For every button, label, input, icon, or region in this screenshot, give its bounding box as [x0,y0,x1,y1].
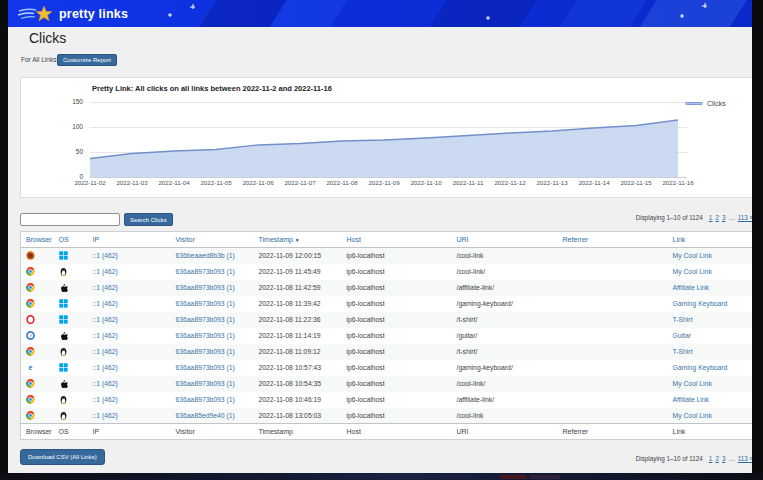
link-title-link[interactable]: Affiliate Link [673,396,710,403]
visitor-link[interactable]: 636aa8973b093 (1) [176,284,235,291]
column-header-timestamp: Timestamp [254,424,342,440]
ip-link[interactable]: ::1 (462) [93,300,118,307]
visitor-link[interactable]: 636aa8973b093 (1) [176,364,235,371]
visitor-link[interactable]: 636aa8973b093 (1) [176,316,235,323]
visitor-link[interactable]: 636aa8973b093 (1) [176,348,235,355]
pagination-last-page[interactable]: 113 » [738,455,752,462]
column-header-timestamp[interactable]: Timestamp▼ [254,232,342,248]
link-title-link[interactable]: My Cool Link [673,380,712,387]
column-header-ip[interactable]: IP [88,232,171,248]
table-row: ::1 (462)636aa8973b093 (1)2022-11-08 11:… [21,328,753,344]
edge-browser-icon: e [26,363,35,372]
pagination-page-1[interactable]: 1 [709,214,713,221]
visitor-link[interactable]: 636aa8973b093 (1) [176,380,235,387]
host-cell: ip6-localhost [347,316,385,323]
column-header-host[interactable]: Host [342,232,452,248]
ip-link[interactable]: ::1 (462) [93,412,118,419]
pagination-page-3[interactable]: 3 [722,455,726,462]
opera-browser-icon [26,315,35,324]
column-header-os[interactable]: OS [54,232,88,248]
ip-link[interactable]: ::1 (462) [93,380,118,387]
column-header-browser[interactable]: Browser [21,232,54,248]
ip-link[interactable]: ::1 (462) [93,332,118,339]
pagination-page-2[interactable]: 2 [715,455,719,462]
search-input[interactable] [20,213,120,226]
logo-text: pretty links [59,7,128,21]
column-header-link: Link [668,424,753,440]
chrome-browser-icon [26,395,35,404]
x-tick-label: 2022-11-14 [573,179,615,186]
clicks-table: BrowserOSIPVisitorTimestamp▼HostURIRefer… [20,231,752,440]
legend-marker-icon [685,102,703,106]
pagination-page-1[interactable]: 1 [709,455,713,462]
table-row: ::1 (462)636aa8973b093 (1)2022-11-08 11:… [21,280,753,296]
link-title-link[interactable]: Gaming Keyboard [673,364,728,371]
x-tick-label: 2022-11-05 [195,179,237,186]
link-title-link[interactable]: My Cool Link [673,252,712,259]
link-title-link[interactable]: Guitar [673,332,692,339]
sort-desc-icon: ▼ [295,237,300,243]
column-header-visitor[interactable]: Visitor [171,232,254,248]
clicks-area-chart [90,100,678,178]
timestamp-cell: 2022-11-08 11:42:59 [259,284,321,291]
search-clicks-button[interactable]: Search Clicks [124,213,173,226]
pagination-last-page[interactable]: 113 » [738,214,752,221]
x-tick-label: 2022-11-03 [111,179,153,186]
column-header-browser: Browser [21,424,54,440]
column-header-uri: URI [452,424,558,440]
mac-os-icon [59,379,68,388]
pagination-summary: Displaying 1–10 of 1124 [636,214,703,221]
visitor-link[interactable]: 636aa8973b093 (1) [176,332,235,339]
table-row: ::1 (462)636aa8973b093 (1)2022-11-08 10:… [21,392,753,408]
uri-cell: /cool-link/ [457,268,486,275]
column-header-uri[interactable]: URI [452,232,558,248]
timestamp-cell: 2022-11-08 10:54:35 [259,380,322,387]
x-tick-label: 2022-11-11 [447,179,489,186]
ip-link[interactable]: ::1 (462) [93,364,118,371]
pagination-page-3[interactable]: 3 [722,214,726,221]
column-header-referrer: Referrer [558,424,668,440]
ip-link[interactable]: ::1 (462) [93,268,118,275]
ip-link[interactable]: ::1 (462) [93,348,118,355]
uri-cell: /t-shirt/ [457,316,478,323]
column-header-link[interactable]: Link [668,232,753,248]
header-stripe [426,0,541,27]
x-tick-label: 2022-11-15 [615,179,657,186]
link-title-link[interactable]: My Cool Link [673,412,712,419]
ip-link[interactable]: ::1 (462) [93,316,118,323]
link-title-link[interactable]: T-Shirt [673,316,693,323]
link-title-link[interactable]: T-Shirt [673,348,693,355]
taskbar-fragment [530,475,560,479]
ip-link[interactable]: ::1 (462) [93,252,118,259]
pagination-page-2[interactable]: 2 [715,214,719,221]
download-csv-button[interactable]: Download CSV (All Links) [20,449,105,465]
header-stripe [636,0,751,27]
ip-link[interactable]: ::1 (462) [93,284,118,291]
sparkle-icon [486,16,490,20]
visitor-link[interactable]: 636aa8973b093 (1) [176,396,235,403]
column-header-referrer[interactable]: Referrer [558,232,668,248]
sparkle-icon [190,4,195,9]
ip-link[interactable]: ::1 (462) [93,396,118,403]
x-tick-label: 2022-11-02 [69,179,111,186]
pagination-summary: Displaying 1–10 of 1124 [636,455,703,462]
visitor-link[interactable]: 636beaaed8b3b (1) [176,252,235,259]
link-title-link[interactable]: My Cool Link [673,268,712,275]
visitor-link[interactable]: 636aa8973b093 (1) [176,300,235,307]
pretty-links-logo: pretty links [18,3,128,24]
visitor-link[interactable]: 636aa8973b093 (1) [176,268,235,275]
customize-report-button[interactable]: Customize Report [57,54,117,66]
linux-os-icon [59,395,68,404]
host-cell: ip6-localhost [347,348,385,355]
visitor-link[interactable]: 636aa85ed9e40 (1) [176,412,235,419]
window-edge-bottom [0,473,763,480]
logo-star-icon [18,4,54,24]
chart-legend: Clicks [685,100,726,107]
timestamp-cell: 2022-11-08 10:57:43 [259,364,322,371]
linux-os-icon [59,267,68,276]
link-title-link[interactable]: Affiliate Link [673,284,710,291]
column-header-host: Host [342,424,452,440]
link-title-link[interactable]: Gaming Keyboard [673,300,728,307]
column-header-os: OS [54,424,88,440]
host-cell: ip6-localhost [347,364,385,371]
